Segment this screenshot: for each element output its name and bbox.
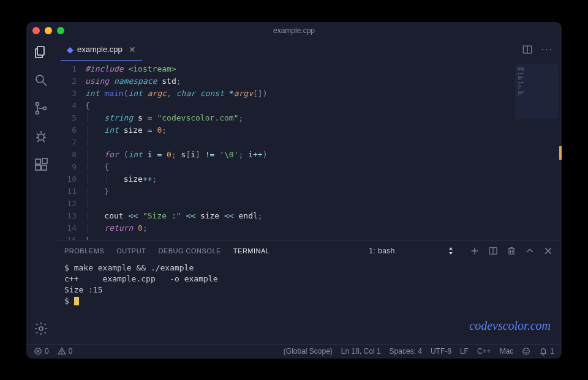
panel-tabs: PROBLEMS OUTPUT DEBUG CONSOLE TERMINAL 1… [56,240,562,261]
svg-line-13 [43,140,45,142]
tab-label: example.cpp [77,45,123,54]
tab-example-cpp[interactable]: ◆ example.cpp ✕ [61,39,142,61]
status-indent[interactable]: Spaces: 4 [390,347,422,356]
titlebar: example.cpp [26,22,562,39]
svg-line-9 [43,133,45,135]
kill-terminal-icon[interactable] [507,246,516,256]
svg-point-4 [36,111,39,114]
svg-line-12 [37,140,39,142]
svg-rect-17 [42,158,47,163]
svg-point-5 [43,106,47,110]
terminal-line: $ make example && ./example [64,263,194,272]
status-feedback-icon[interactable] [522,347,530,356]
status-line-col[interactable]: Ln 18, Col 1 [341,347,381,356]
tab-problems[interactable]: PROBLEMS [64,247,104,255]
minimize-window-button[interactable] [45,27,52,34]
watermark: codevscolor.com [469,319,551,333]
code-editor[interactable]: 12345678910111213141516 #include <iostre… [56,61,562,240]
split-editor-icon[interactable] [522,44,533,55]
activity-bar [26,39,56,344]
terminal-line: c++ example.cpp -o example [64,274,217,283]
svg-point-1 [36,75,43,83]
close-panel-icon[interactable] [543,246,553,256]
traffic-lights [32,27,64,34]
new-terminal-icon[interactable] [470,246,480,256]
notification-count: 1 [550,347,554,356]
terminal-selector[interactable]: 1: bash [365,245,458,256]
status-errors[interactable]: 0 [34,347,49,356]
error-count: 0 [45,347,49,356]
explorer-icon[interactable] [33,44,49,60]
terminal-cursor [74,297,79,305]
svg-point-31 [61,353,62,354]
svg-line-8 [37,133,39,135]
more-actions-icon[interactable]: ··· [541,44,553,55]
maximize-panel-icon[interactable] [525,246,535,256]
source-control-icon[interactable] [33,100,49,116]
status-bar: 0 0 (Global Scope) Ln 18, Col 1 Spaces: … [26,344,562,359]
svg-point-3 [36,102,39,105]
tab-terminal[interactable]: TERMINAL [233,247,270,255]
svg-point-32 [523,348,530,355]
terminal-line: Size :15 [64,285,103,294]
status-scope[interactable]: (Global Scope) [284,347,333,356]
warning-count: 0 [69,347,73,356]
close-tab-icon[interactable]: ✕ [129,45,136,54]
code-content[interactable]: #include <iostream>using namespace std;i… [85,61,562,240]
tab-debug-console[interactable]: DEBUG CONSOLE [158,247,221,255]
status-language[interactable]: C++ [477,347,491,356]
window-title: example.cpp [273,26,315,35]
svg-point-18 [39,327,43,330]
cpp-file-icon: ◆ [67,45,74,54]
dropdown-caret-icon [448,247,454,255]
close-window-button[interactable] [32,27,40,34]
editor-tabs: ◆ example.cpp ✕ ··· [56,39,562,61]
svg-rect-16 [42,165,47,170]
terminal-prompt: $ [64,296,74,305]
svg-rect-14 [36,159,40,164]
svg-point-33 [525,351,526,351]
tab-output[interactable]: OUTPUT [116,247,146,255]
settings-gear-icon[interactable] [33,321,49,337]
svg-line-2 [43,82,47,86]
line-number-gutter: 12345678910111213141516 [56,61,85,240]
status-warnings[interactable]: 0 [58,347,73,356]
terminal-selector-label: 1: bash [369,247,395,255]
split-terminal-icon[interactable] [488,246,498,256]
debug-icon[interactable] [33,129,49,144]
status-eol[interactable]: LF [460,347,469,356]
status-notifications[interactable]: 1 [539,347,554,356]
extensions-icon[interactable] [33,157,49,173]
svg-rect-0 [37,47,44,55]
svg-rect-15 [36,165,40,170]
svg-point-34 [527,351,528,351]
minimap[interactable]: ▄▄▄▄ ▄▄▄▄▄▄ ▄▄ ▄▄▄▄ ▄▄▄▄▄ ▄▄▄ ▄▄ ▄▄ ▄ ▄▄… [515,64,558,119]
status-os[interactable]: Mac [500,347,514,356]
status-encoding[interactable]: UTF-8 [431,347,451,356]
scroll-indicator [559,146,562,160]
search-icon[interactable] [33,72,49,88]
editor-window: example.cpp [26,22,562,359]
maximize-window-button[interactable] [57,27,64,34]
